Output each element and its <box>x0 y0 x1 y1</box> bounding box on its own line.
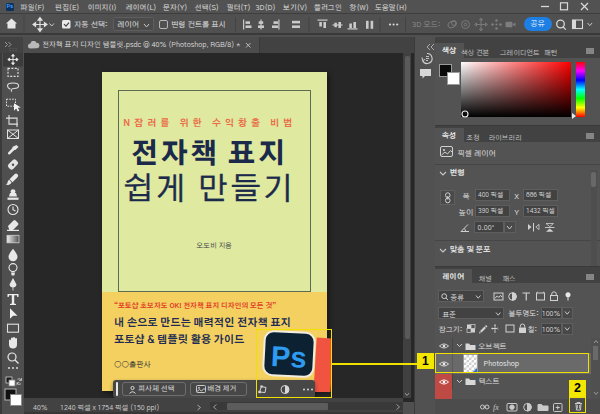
svg-text:fx: fx <box>493 403 499 412</box>
